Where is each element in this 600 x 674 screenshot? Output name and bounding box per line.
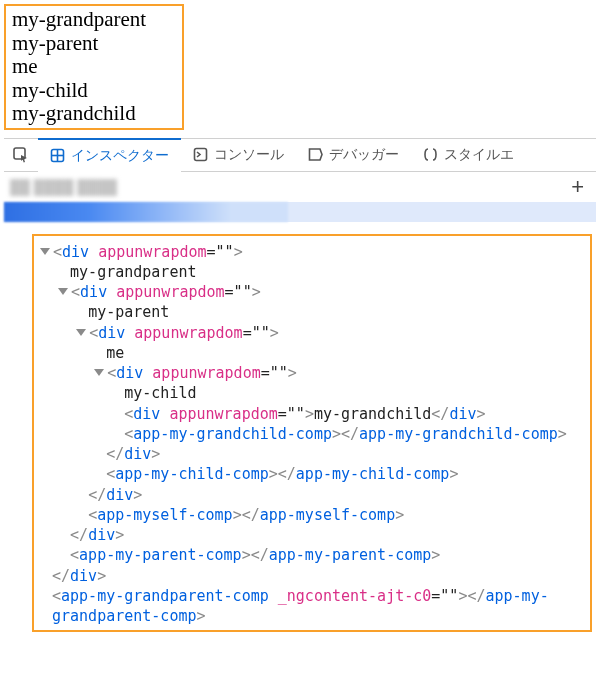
code-token-txt: my-grandchild (314, 405, 431, 423)
code-token-txt: me (106, 344, 124, 362)
code-token-angle: > (332, 425, 341, 443)
code-token-tag: div (98, 324, 125, 342)
dom-line[interactable]: <div appunwrapdom=""> (40, 282, 586, 302)
code-token-angle: </ (467, 587, 485, 605)
code-token-angle: > (449, 465, 458, 483)
code-token-angle: </ (278, 465, 296, 483)
code-token-angle: < (106, 465, 115, 483)
code-token-angle: </ (52, 567, 70, 585)
code-token-attr: appunwrapdom (169, 405, 277, 423)
code-token-tag: app-myself-comp (260, 506, 395, 524)
dom-tree[interactable]: <div appunwrapdom=""> my-grandparent <di… (32, 234, 592, 633)
dom-line[interactable]: <div appunwrapdom=""> (40, 242, 586, 262)
code-token-txt: ="" (243, 324, 270, 342)
code-token-angle: > (395, 506, 404, 524)
code-token-tag: app-my- (486, 587, 549, 605)
dom-line[interactable]: <app-my-grandparent-comp _ngcontent-ajt-… (40, 586, 586, 606)
code-token-angle: </ (106, 445, 124, 463)
code-token-tag: app-my-child-comp (296, 465, 450, 483)
code-token-angle: > (233, 506, 242, 524)
code-token-angle: > (252, 283, 261, 301)
devtools-infobar: ██ ████ ████ + (4, 172, 596, 202)
tab-label: インスペクター (71, 147, 169, 165)
code-token-angle: < (70, 546, 79, 564)
dom-line[interactable]: </div> (40, 485, 586, 505)
dom-line[interactable]: me (40, 343, 586, 363)
code-token-txt: ="" (207, 243, 234, 261)
tab-inspector[interactable]: インスペクター (38, 138, 181, 172)
code-token-angle: </ (70, 526, 88, 544)
dom-line[interactable]: <app-my-grandchild-comp></app-my-grandch… (40, 424, 586, 444)
code-token-angle: < (89, 324, 98, 342)
dom-line[interactable]: <app-my-parent-comp></app-my-parent-comp… (40, 545, 586, 565)
code-token-tag: div (449, 405, 476, 423)
dom-line[interactable]: my-child (40, 383, 586, 403)
code-token-angle: </ (242, 506, 260, 524)
code-token-tag: div (124, 445, 151, 463)
code-token-txt: my-child (124, 384, 196, 402)
code-token-angle: < (53, 243, 62, 261)
code-token-tag: div (62, 243, 89, 261)
code-token-angle: > (242, 546, 251, 564)
code-token-txt: my-parent (88, 303, 169, 321)
output-line: my-parent (12, 32, 176, 56)
code-token-angle: < (107, 364, 116, 382)
code-token-attr: appunwrapdom (98, 243, 206, 261)
code-token-attr: appunwrapdom (116, 283, 224, 301)
dom-line[interactable]: </div> (40, 566, 586, 586)
expand-twisty-icon[interactable] (40, 248, 50, 255)
dom-line[interactable]: <div appunwrapdom="">my-grandchild</div> (40, 404, 586, 424)
style-editor-icon (423, 147, 438, 162)
code-token-angle: > (115, 526, 124, 544)
code-token-angle: > (234, 243, 243, 261)
dom-line[interactable]: <div appunwrapdom=""> (40, 323, 586, 343)
add-tab-button[interactable]: + (565, 174, 590, 200)
code-token-angle: > (197, 607, 206, 625)
expand-twisty-icon[interactable] (76, 329, 86, 336)
code-token-attr: appunwrapdom (134, 324, 242, 342)
console-icon (193, 147, 208, 162)
expand-twisty-icon[interactable] (94, 369, 104, 376)
code-token-tag: div (88, 526, 115, 544)
tab-style-editor[interactable]: スタイルエ (411, 138, 526, 172)
expand-twisty-icon[interactable] (58, 288, 68, 295)
dom-line[interactable]: my-parent (40, 302, 586, 322)
devtools-panel: インスペクター コンソール デバッガー スタイルエ ██ ████ ████ +… (4, 138, 596, 633)
code-token-tag: app-my-grandchild-comp (133, 425, 332, 443)
code-token-txt (89, 243, 98, 261)
breadcrumb-strip (4, 202, 596, 222)
code-token-angle: </ (88, 486, 106, 504)
pick-element-button[interactable] (4, 138, 38, 172)
output-line: my-grandparent (12, 8, 176, 32)
code-token-angle: </ (341, 425, 359, 443)
code-token-tag: grandparent-comp (52, 607, 197, 625)
tab-console[interactable]: コンソール (181, 138, 296, 172)
dom-line[interactable]: </div> (40, 444, 586, 464)
code-token-tag: app-myself-comp (97, 506, 232, 524)
dom-line[interactable]: my-grandparent (40, 262, 586, 282)
code-token-tag: app-my-grandparent-comp (61, 587, 269, 605)
code-token-tag: app-my-parent-comp (79, 546, 242, 564)
code-token-txt: ="" (278, 405, 305, 423)
code-token-attr: appunwrapdom (152, 364, 260, 382)
code-token-angle: < (88, 506, 97, 524)
code-token-txt (125, 324, 134, 342)
dom-line[interactable]: <div appunwrapdom=""> (40, 363, 586, 383)
code-token-angle: < (124, 425, 133, 443)
output-line: my-grandchild (12, 102, 176, 126)
dom-line[interactable]: <app-myself-comp></app-myself-comp> (40, 505, 586, 525)
pick-element-icon (12, 146, 30, 164)
dom-line[interactable]: <app-my-child-comp></app-my-child-comp> (40, 464, 586, 484)
code-token-angle: > (151, 445, 160, 463)
code-token-tag: app-my-parent-comp (269, 546, 432, 564)
tab-label: コンソール (214, 146, 284, 164)
dom-line[interactable]: </div> (40, 525, 586, 545)
code-token-tag: app-my-grandchild-comp (359, 425, 558, 443)
page-output: my-grandparent my-parent me my-child my-… (4, 4, 184, 130)
tab-debugger[interactable]: デバッガー (296, 138, 411, 172)
code-token-tag: app-my-child-comp (115, 465, 269, 483)
dom-line[interactable]: grandparent-comp> (40, 606, 586, 626)
code-token-tag: div (116, 364, 143, 382)
tab-label: デバッガー (329, 146, 399, 164)
output-line: my-child (12, 79, 176, 103)
